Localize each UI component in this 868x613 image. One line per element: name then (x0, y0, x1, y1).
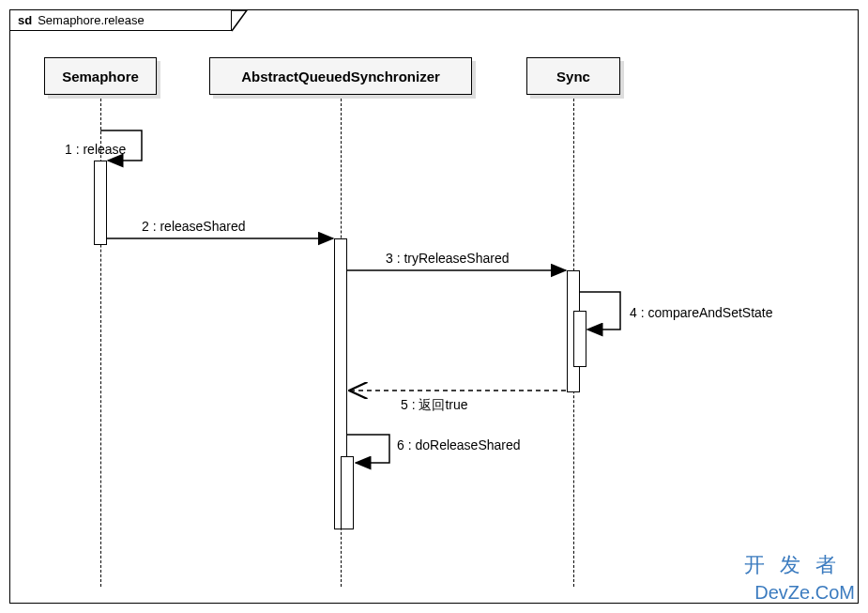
activation-aqs-2 (341, 456, 354, 529)
participant-semaphore: Semaphore (44, 57, 157, 95)
activation-semaphore (94, 161, 107, 245)
sequence-diagram: sd Semaphore.release Semaphore AbstractQ… (0, 0, 868, 613)
diagram-frame: sd Semaphore.release Semaphore AbstractQ… (9, 9, 859, 604)
participant-sync: Sync (526, 57, 620, 95)
activation-sync-2 (573, 311, 586, 367)
msg-return-true: 5 : 返回true (401, 397, 468, 414)
msg-tryReleaseShared: 3 : tryReleaseShared (386, 251, 510, 266)
msg-release: 1 : release (65, 142, 126, 157)
participant-aqs: AbstractQueuedSynchronizer (209, 57, 472, 95)
watermark-en: DevZe.CoM (754, 582, 855, 604)
msg-compareAndSetState: 4 : compareAndSetState (630, 305, 773, 320)
watermark-cn: 开发者 (744, 551, 851, 579)
title-prefix: sd (18, 13, 32, 27)
diagram-title: Semaphore.release (38, 13, 144, 27)
diagram-title-tab: sd Semaphore.release (10, 10, 232, 31)
msg-doReleaseShared: 6 : doReleaseShared (397, 437, 521, 452)
msg-releaseShared: 2 : releaseShared (142, 219, 246, 234)
